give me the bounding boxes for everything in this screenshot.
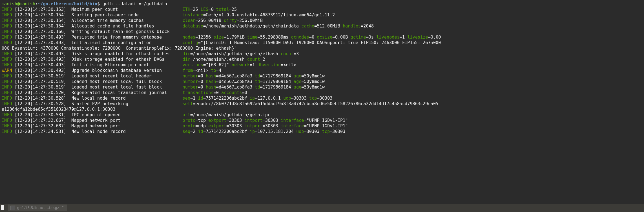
log-value: =7571422206abc2bf bbox=[203, 96, 247, 101]
log-timestamp: [12-20|14:27:30.493] bbox=[12, 35, 69, 40]
log-line-wrap: a12864dfa12bde65cf3516323479@127.0.0.1:3… bbox=[2, 107, 644, 112]
log-line: INFO [12-20|14:27:30.519] Loaded most re… bbox=[2, 73, 644, 79]
log-key: seq bbox=[182, 129, 190, 134]
log-key: gcsize bbox=[317, 35, 333, 40]
log-line: INFO [12-20|14:27:30.154] Allocated trie… bbox=[2, 18, 644, 23]
log-line: INFO [12-20|14:27:30.154] Allocated cach… bbox=[2, 23, 644, 29]
log-key: proto bbox=[182, 118, 195, 123]
log-key: extport bbox=[208, 118, 226, 123]
log-line: INFO [12-20|14:27:30.531] IPC endpoint o… bbox=[2, 112, 644, 118]
log-message: Mapped network port bbox=[69, 123, 177, 128]
log-timestamp: [12-20|14:27:30.493] bbox=[12, 40, 69, 45]
log-timestamp: [12-20|14:27:30.493] bbox=[12, 62, 69, 67]
log-value: =0 bbox=[198, 79, 203, 84]
log-value: =17179869184 bbox=[260, 74, 291, 79]
log-value: =d4e567…cb8fa3 bbox=[216, 74, 253, 79]
log-level: INFO bbox=[2, 40, 12, 45]
log-level: INFO bbox=[2, 74, 12, 79]
terminal-output[interactable]: manish@manish:~/go-ethereum/build/bin$ g… bbox=[0, 0, 644, 134]
log-timestamp: [12-20|14:27:32.667] bbox=[12, 118, 69, 123]
log-value: =25 bbox=[190, 7, 198, 12]
log-key: to bbox=[211, 68, 216, 73]
log-value: =30303 bbox=[226, 118, 242, 123]
log-timestamp: [12-20|14:27:30.531] bbox=[12, 112, 69, 117]
log-timestamp: [12-20|14:27:30.154] bbox=[12, 24, 69, 29]
log-line: INFO [12-20|14:27:30.493] Initialising E… bbox=[2, 62, 644, 68]
log-key: size bbox=[213, 35, 224, 40]
log-value: =30303 bbox=[330, 129, 345, 134]
log-message: New local node record bbox=[69, 129, 177, 134]
log-key: livesize bbox=[407, 35, 428, 40]
log-value: =0 bbox=[242, 90, 247, 95]
log-key: count bbox=[247, 57, 260, 62]
log-value: =d4e567…cb8fa3 bbox=[216, 79, 253, 84]
log-key: hash bbox=[206, 74, 216, 79]
log-key: udp bbox=[296, 129, 304, 134]
log-value: =30303 bbox=[304, 129, 320, 134]
log-line: INFO [12-20|14:27:30.528] Started P2P ne… bbox=[2, 101, 644, 107]
log-timestamp: [12-20|14:27:30.528] bbox=[12, 96, 69, 101]
log-timestamp: [12-20|14:27:30.519] bbox=[12, 79, 69, 84]
log-key: seq bbox=[182, 96, 190, 101]
log-level: INFO bbox=[2, 18, 12, 23]
log-key: dir bbox=[182, 51, 190, 56]
log-level: INFO bbox=[2, 96, 12, 101]
log-value: =17179869184 bbox=[260, 79, 291, 84]
log-value: =30303 bbox=[263, 118, 278, 123]
log-timestamp: [12-20|14:27:30.154] bbox=[12, 12, 69, 17]
log-key: age bbox=[294, 74, 302, 79]
prompt-path: ~/go-ethereum/build/bin bbox=[38, 1, 97, 6]
log-timestamp: [12-20|14:27:30.493] bbox=[12, 51, 69, 56]
log-timestamp: [12-20|14:27:30.153] bbox=[12, 7, 69, 12]
log-level: INFO bbox=[2, 24, 12, 29]
log-key: ip bbox=[250, 129, 255, 134]
log-value: =2 bbox=[260, 57, 265, 62]
log-value: =50y8mo1w bbox=[302, 74, 325, 79]
log-message: Maximum peer count bbox=[69, 7, 177, 12]
log-value: =2048 bbox=[361, 24, 374, 29]
log-key: count bbox=[281, 51, 294, 56]
log-timestamp: [12-20|14:27:34.531] bbox=[12, 129, 69, 134]
log-value: =<nil> bbox=[281, 62, 296, 67]
log-level: WARN bbox=[2, 68, 12, 73]
log-level: INFO bbox=[2, 62, 12, 67]
log-value: ="UPNP IGDv1-IP1" bbox=[304, 123, 348, 128]
log-value: =30303 bbox=[263, 123, 278, 128]
log-message: Disk storage enabled for ethash caches bbox=[69, 51, 177, 56]
log-key: instance bbox=[182, 12, 203, 17]
log-message: New local node record bbox=[69, 96, 177, 101]
log-value: =50y8mo1w bbox=[302, 85, 325, 90]
log-value: =0.00 bbox=[428, 35, 441, 40]
log-key: td bbox=[255, 85, 260, 90]
log-value: =<nil> bbox=[193, 68, 208, 73]
log-key: database bbox=[182, 24, 203, 29]
log-value: =0 bbox=[213, 90, 219, 95]
log-message: Regenerated local transaction journal bbox=[69, 90, 177, 95]
log-message: Initialised chain configuration bbox=[69, 40, 177, 45]
log-value: =50y8mo1w bbox=[302, 79, 325, 84]
log-key: ip bbox=[250, 96, 255, 101]
log-value: =0 bbox=[309, 35, 315, 40]
log-key: ETH bbox=[182, 7, 190, 12]
log-value: =17179869184 bbox=[260, 85, 291, 90]
log-message: Initialising Ethereum protocol bbox=[69, 62, 177, 67]
log-line: INFO [12-20|14:27:30.153] Maximum peer c… bbox=[2, 7, 644, 12]
log-key: LES bbox=[201, 7, 208, 12]
log-value: =/home/manish/.ethash bbox=[190, 57, 244, 62]
log-line: INFO [12-20|14:27:32.667] Mapped network… bbox=[2, 118, 644, 123]
log-key: td bbox=[255, 79, 260, 84]
log-value: =256.00MiB bbox=[195, 18, 221, 23]
log-key: age bbox=[294, 79, 302, 84]
log-value: =0.00B bbox=[333, 35, 348, 40]
log-line: INFO [12-20|14:27:30.519] Loaded most re… bbox=[2, 79, 644, 84]
log-level: INFO bbox=[2, 79, 12, 84]
log-value: =7571422206abc2bf bbox=[203, 129, 247, 134]
log-value: =107.15.181.204 bbox=[255, 129, 294, 134]
log-timestamp: [12-20|14:27:30.166] bbox=[12, 29, 69, 34]
log-key: gctime bbox=[351, 35, 366, 40]
log-level: INFO bbox=[2, 57, 12, 62]
log-message: Allocated trie memory caches bbox=[69, 18, 177, 23]
log-timestamp: [12-20|14:27:30.520] bbox=[12, 90, 69, 95]
log-key: td bbox=[255, 74, 260, 79]
log-key: nodes bbox=[182, 35, 195, 40]
